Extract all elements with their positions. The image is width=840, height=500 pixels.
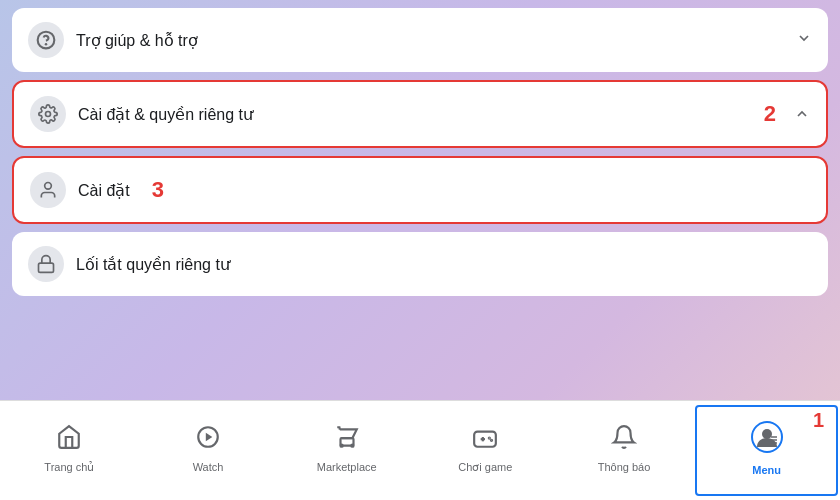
settings-sub-icon [30, 172, 66, 208]
settings-privacy-icon [30, 96, 66, 132]
svg-point-13 [489, 437, 490, 438]
svg-rect-4 [39, 263, 54, 272]
help-support-left: Trợ giúp & hỗ trợ [28, 22, 198, 58]
help-support-item[interactable]: Trợ giúp & hỗ trợ [12, 8, 828, 72]
nav-home[interactable]: Trang chủ [0, 401, 139, 500]
notification-label: Thông báo [598, 461, 651, 473]
svg-point-2 [46, 112, 51, 117]
nav-marketplace[interactable]: Marketplace [277, 401, 416, 500]
nav-menu[interactable]: 1 Menu [695, 405, 838, 496]
privacy-shortcut-item[interactable]: Lối tắt quyền riêng tư [12, 232, 828, 296]
privacy-shortcut-label: Lối tắt quyền riêng tư [76, 255, 230, 274]
svg-point-16 [762, 429, 772, 439]
badge-3: 3 [152, 177, 164, 203]
badge-2: 2 [764, 101, 776, 127]
sub-items-container: Cài đặt 3 Lối tắt quyền riêng tư [12, 156, 828, 296]
bottom-nav: Trang chủ Watch Marketplace [0, 400, 840, 500]
game-label: Chơi game [458, 461, 512, 474]
nav-game[interactable]: Chơi game [416, 401, 555, 500]
privacy-shortcut-icon [28, 246, 64, 282]
settings-privacy-item[interactable]: Cài đặt & quyền riêng tư 2 [12, 80, 828, 148]
help-label: Trợ giúp & hỗ trợ [76, 31, 198, 50]
help-icon [28, 22, 64, 58]
settings-privacy-left: Cài đặt & quyền riêng tư [30, 96, 253, 132]
svg-point-14 [491, 439, 492, 440]
menu-label: Menu [752, 464, 781, 476]
watch-label: Watch [193, 461, 224, 473]
watch-icon [195, 424, 221, 457]
bell-icon [611, 424, 637, 457]
marketplace-label: Marketplace [317, 461, 377, 473]
svg-marker-6 [206, 433, 213, 442]
badge-1: 1 [813, 409, 824, 432]
settings-sub-item[interactable]: Cài đặt 3 [12, 156, 828, 224]
marketplace-icon [334, 424, 360, 457]
settings-privacy-right: 2 [764, 101, 810, 127]
menu-avatar-icon [751, 421, 783, 460]
main-content: Trợ giúp & hỗ trợ Cài đặt & quyền riêng … [0, 0, 840, 400]
settings-sub-label: Cài đặt [78, 181, 130, 200]
game-icon [472, 424, 498, 457]
settings-privacy-label: Cài đặt & quyền riêng tư [78, 105, 253, 124]
nav-notification[interactable]: Thông báo [555, 401, 694, 500]
home-icon [56, 424, 82, 457]
svg-point-3 [45, 183, 52, 190]
home-label: Trang chủ [44, 461, 94, 474]
help-chevron [796, 30, 812, 50]
nav-watch[interactable]: Watch [139, 401, 278, 500]
